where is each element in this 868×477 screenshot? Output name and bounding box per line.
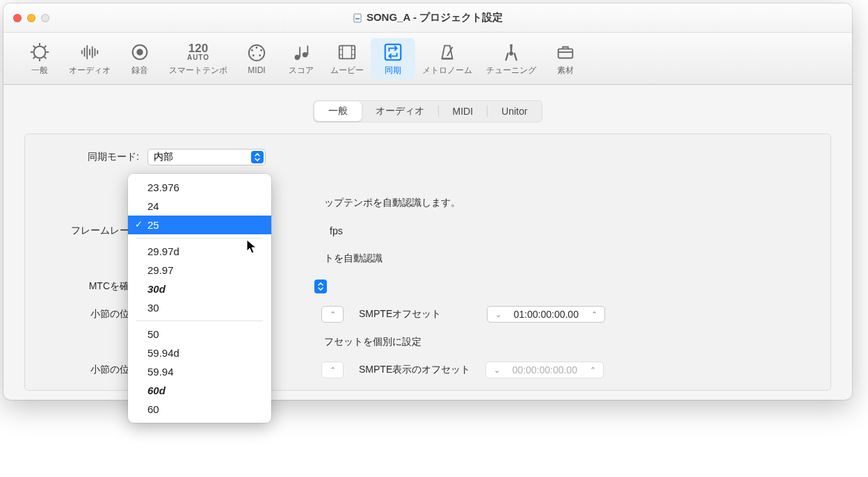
smpte-display-offset-value: 00:00:00:00.00 xyxy=(503,364,586,375)
svg-rect-43 xyxy=(558,49,573,58)
tab-一般[interactable]: 一般 xyxy=(314,102,362,121)
svg-point-21 xyxy=(256,47,258,49)
menu-separator xyxy=(136,321,263,321)
toolbar-label: 録音 xyxy=(131,65,148,76)
bar-position-label-2: 小節の位置 xyxy=(42,364,139,376)
record-icon xyxy=(127,41,152,63)
movie-icon xyxy=(335,41,360,63)
smpte-display-offset-label: SMPTE表示のオフセット xyxy=(359,364,470,376)
popup-arrows-icon xyxy=(251,151,264,163)
general-icon xyxy=(27,41,52,63)
fps-option-30[interactable]: 30 xyxy=(128,298,271,317)
fps-suffix: fps xyxy=(330,225,343,236)
fps-option-24[interactable]: 24 xyxy=(128,197,271,216)
document-icon xyxy=(353,13,362,23)
smpte-offset-value: 01:00:00:00.00 xyxy=(504,309,588,320)
tap-tempo-text: ップテンポを自動認識します。 xyxy=(324,197,460,209)
frame-rate-label: フレームレート xyxy=(42,225,139,237)
toolbar-label: 素材 xyxy=(557,65,574,76)
tab-MIDI[interactable]: MIDI xyxy=(439,102,488,121)
titlebar: SONG_A - プロジェクト設定 xyxy=(3,3,852,33)
toolbar-audio[interactable]: オーディオ xyxy=(62,38,118,79)
fps-option-50[interactable]: 50 xyxy=(128,325,271,343)
toolbar-score[interactable]: スコア xyxy=(279,38,323,79)
toolbar-sync[interactable]: 同期 xyxy=(371,38,415,79)
window-title: SONG_A - プロジェクト設定 xyxy=(3,11,852,24)
svg-line-40 xyxy=(506,53,508,59)
fps-option-25[interactable]: 25 xyxy=(128,216,271,234)
svg-point-42 xyxy=(509,51,513,56)
assets-icon xyxy=(553,41,578,63)
toolbar-label: MIDI xyxy=(248,65,265,75)
toolbar-label: メトロノーム xyxy=(422,65,472,76)
svg-point-19 xyxy=(136,49,143,55)
smarttempo-icon: 120AUTO xyxy=(186,41,211,63)
svg-line-7 xyxy=(33,45,35,47)
toolbar-tuning[interactable]: チューニング xyxy=(479,38,543,79)
sync-mode-label: 同期モード: xyxy=(42,151,139,163)
bar-position-2-stepper-arrows: ⌃ xyxy=(321,362,344,378)
toolbar-label: スマートテンポ xyxy=(169,65,227,76)
toolbar-midi[interactable]: MIDI xyxy=(234,39,279,78)
toolbar-label: スコア xyxy=(289,65,314,76)
midi-icon xyxy=(244,42,269,64)
svg-line-41 xyxy=(515,53,517,59)
smpte-display-offset-stepper: ⌄ 00:00:00:00.00 ⌃ xyxy=(485,362,604,378)
tab-オーディオ[interactable]: オーディオ xyxy=(362,102,438,121)
score-icon xyxy=(289,41,314,63)
fps-option-29.97[interactable]: 29.97 xyxy=(128,261,271,280)
toolbar-label: オーディオ xyxy=(69,65,111,76)
sync-mode-value: 内部 xyxy=(154,151,173,163)
bar-position-stepper-arrows[interactable]: ⌃ xyxy=(321,306,344,323)
frame-rate-dropdown-menu[interactable]: 23.976242529.97d29.9730d305059.94d59.946… xyxy=(128,174,271,423)
svg-rect-1 xyxy=(355,18,360,19)
sync-icon xyxy=(380,41,405,63)
chevron-down-icon[interactable]: ⌄ xyxy=(492,310,504,319)
svg-line-9 xyxy=(33,56,35,58)
toolbar-label: 同期 xyxy=(385,65,401,76)
svg-point-2 xyxy=(34,46,46,58)
chevron-up-icon[interactable]: ⌃ xyxy=(588,310,600,319)
svg-point-24 xyxy=(252,54,255,56)
fps-option-60d[interactable]: 60d xyxy=(128,381,271,400)
bar-position-label: 小節の位置 xyxy=(42,308,139,321)
mtc-label: MTCを確認 xyxy=(42,280,139,293)
fps-option-29.97d[interactable]: 29.97d xyxy=(128,242,271,261)
toolbar-assets[interactable]: 素材 xyxy=(543,38,588,79)
svg-point-22 xyxy=(251,49,253,51)
svg-line-10 xyxy=(45,45,47,47)
segmented-control: 一般オーディオMIDIUnitor xyxy=(24,100,831,122)
audio-icon xyxy=(77,41,102,63)
toolbar-label: チューニング xyxy=(486,65,536,76)
svg-rect-30 xyxy=(339,45,355,58)
mtc-popup-arrows-icon[interactable] xyxy=(314,280,327,293)
toolbar-label: ムービー xyxy=(330,65,364,76)
smpte-offset-stepper[interactable]: ⌄ 01:00:00:00.00 ⌃ xyxy=(487,306,605,323)
toolbar-label: 一般 xyxy=(31,65,48,76)
fps-option-59.94[interactable]: 59.94 xyxy=(128,362,271,381)
svg-rect-37 xyxy=(385,44,401,60)
toolbar: 一般オーディオ録音120AUTOスマートテンポMIDIスコアムービー同期メトロノ… xyxy=(3,33,852,85)
sync-mode-popup[interactable]: 内部 xyxy=(147,149,266,165)
offset-separate-text: フセットを個別に設定 xyxy=(324,336,421,348)
svg-point-23 xyxy=(260,49,262,51)
toolbar-record[interactable]: 録音 xyxy=(118,38,162,79)
fps-option-60[interactable]: 60 xyxy=(128,400,271,419)
svg-point-26 xyxy=(295,54,300,60)
fps-option-30d[interactable]: 30d xyxy=(128,280,271,298)
svg-point-27 xyxy=(303,52,308,58)
fps-option-23.976[interactable]: 23.976 xyxy=(128,178,271,197)
toolbar-movie[interactable]: ムービー xyxy=(323,38,371,79)
fps-option-59.94d[interactable]: 59.94d xyxy=(128,343,271,362)
toolbar-general[interactable]: 一般 xyxy=(17,38,62,79)
metronome-icon xyxy=(435,41,460,63)
auto-detect-text: トを自動認識 xyxy=(324,252,383,265)
svg-point-25 xyxy=(259,54,261,56)
tuning-icon xyxy=(499,41,524,63)
svg-line-8 xyxy=(45,56,47,58)
smpte-offset-label: SMPTEオフセット xyxy=(359,308,441,321)
menu-separator xyxy=(136,238,263,239)
toolbar-smarttempo[interactable]: 120AUTOスマートテンポ xyxy=(162,38,234,79)
tab-Unitor[interactable]: Unitor xyxy=(488,102,541,121)
toolbar-metronome[interactable]: メトロノーム xyxy=(415,38,479,79)
